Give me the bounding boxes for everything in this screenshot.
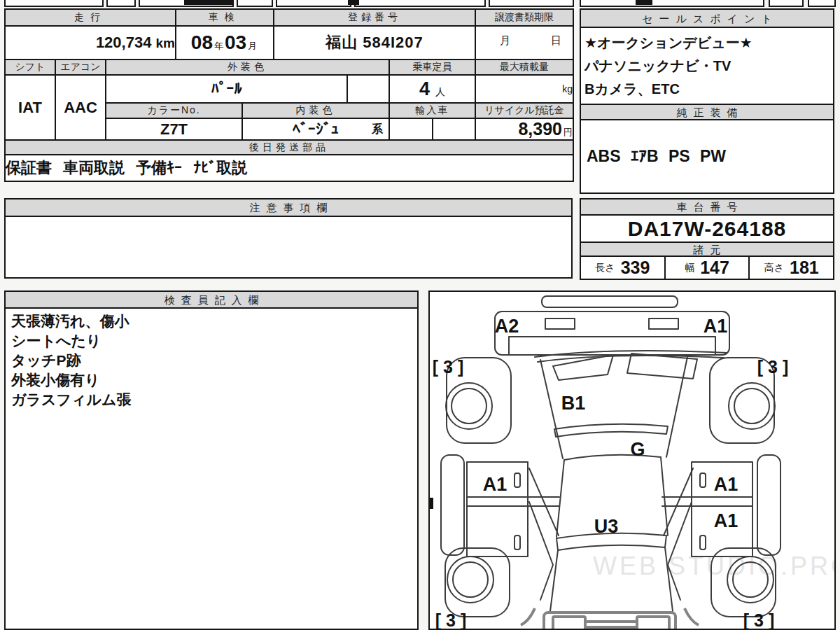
length-cell: 長さ 339 bbox=[581, 257, 664, 279]
interior-color-value: ﾍﾞｰｼﾞｭ 系 bbox=[242, 118, 389, 140]
cutoff-cell bbox=[769, 0, 804, 7]
mileage-number: 120,734 bbox=[96, 34, 152, 51]
fender-rear-left bbox=[445, 548, 510, 617]
door-handle bbox=[514, 473, 520, 487]
shift-header: シフト bbox=[5, 59, 55, 75]
shift-value: IAT bbox=[5, 75, 55, 140]
door-handle bbox=[700, 536, 706, 550]
tire-rating-rear-right: [ 3 ] bbox=[743, 610, 774, 629]
color-no-value: Z7T bbox=[106, 118, 242, 140]
height-value: 181 bbox=[790, 258, 819, 278]
door-crease-lines bbox=[467, 497, 752, 506]
width-value: 147 bbox=[700, 258, 729, 278]
rear-bumper-detail-right bbox=[637, 617, 669, 629]
damage-label-roof: U3 bbox=[594, 516, 619, 537]
vehicle-info-table: 走行 車検 登録番号 譲渡書類期限 120,734 km 08年03月 福山 5… bbox=[4, 8, 574, 182]
wheel-rear-left bbox=[447, 556, 493, 603]
registration-header: 登録番号 bbox=[274, 9, 475, 26]
recycle-deposit-value: 8,390円 bbox=[475, 118, 573, 140]
height-label: 高さ bbox=[764, 262, 784, 274]
import-car-cell-1 bbox=[389, 118, 433, 140]
sales-point-item: ★オークションデビュー★ bbox=[584, 31, 830, 55]
front-bumper-bar bbox=[542, 296, 678, 307]
inspection-month-unit: 月 bbox=[246, 41, 258, 51]
mileage-header: 走行 bbox=[5, 9, 176, 26]
exterior-color-spare-cell bbox=[347, 75, 389, 103]
damage-label-right-rear-door: A1 bbox=[714, 510, 738, 531]
rocker-strip-right bbox=[757, 455, 780, 555]
wheel-rear-left-inner bbox=[453, 562, 488, 597]
capacity-header: 乗車定員 bbox=[389, 59, 475, 75]
damage-diagram-block: WEB STUDIO.PRO bbox=[428, 290, 836, 630]
rear-bumper-bar bbox=[585, 622, 637, 627]
cutoff-cell bbox=[489, 0, 574, 7]
cutoff-text-artifact bbox=[348, 0, 359, 5]
length-label: 長さ bbox=[595, 262, 615, 274]
transfer-deadline-header: 譲渡書類期限 bbox=[475, 9, 573, 26]
sales-points-header: セールスポイント bbox=[581, 10, 833, 28]
cutoff-text-artifact bbox=[636, 0, 652, 5]
notes-block: 注意事項欄 bbox=[4, 198, 573, 279]
recycle-amount: 8,390 bbox=[518, 119, 562, 139]
later-parts-header: 後日発送部品 bbox=[5, 140, 573, 155]
chassis-specs-block: 車台番号 DA17W-264188 諸元 長さ 339 幅 147 高さ 181 bbox=[580, 198, 834, 280]
exterior-color-header: 外装色 bbox=[106, 59, 389, 75]
inspector-note: タッチP跡 bbox=[11, 351, 412, 370]
sales-points-block: セールスポイント ★オークションデビュー★ パナソニックナビ・TV Bカメラ、E… bbox=[580, 8, 834, 194]
cutoff-text-artifact bbox=[184, 0, 233, 5]
recycle-deposit-header: リサイクル預託金 bbox=[475, 103, 573, 118]
inspector-note: 天張薄汚れ、傷小 bbox=[11, 312, 412, 331]
mileage-unit: km bbox=[156, 36, 175, 50]
notes-header: 注意事項欄 bbox=[6, 200, 571, 217]
interior-color-header: 内装色 bbox=[242, 103, 389, 118]
capacity-value: 4人 bbox=[389, 75, 475, 103]
cutoff-cell bbox=[237, 0, 273, 7]
rear-bumper-detail-left bbox=[553, 617, 585, 629]
inspection-month: 03 bbox=[225, 31, 246, 53]
tire-rating-front-left: [ 3 ] bbox=[433, 357, 463, 377]
cutoff-cell bbox=[580, 0, 764, 7]
cutoff-cell bbox=[106, 0, 136, 7]
sales-point-item: パナソニックナビ・TV bbox=[584, 55, 830, 78]
damage-label-windshield: B1 bbox=[561, 393, 586, 414]
inspector-header: 検査員記入欄 bbox=[6, 292, 417, 309]
transfer-deadline-value: 月 日 bbox=[475, 26, 573, 59]
inspection-value: 08年03月 bbox=[176, 26, 274, 59]
capacity-number: 4 bbox=[419, 78, 430, 99]
car-damage-diagram: WEB STUDIO.PRO bbox=[430, 292, 834, 629]
cutoff-cell bbox=[354, 0, 486, 7]
inspector-notes-list: 天張薄汚れ、傷小 シートへたり タッチP跡 外装小傷有り ガラスフィルム張 bbox=[6, 309, 417, 412]
front-panel-step bbox=[509, 337, 715, 355]
max-load-value: kg bbox=[475, 75, 573, 103]
wheel-front-right bbox=[729, 383, 775, 429]
sales-point-item: Bカメラ、ETC bbox=[584, 78, 830, 101]
rocker-strip-left bbox=[441, 455, 464, 555]
interior-color-suffix: 系 bbox=[372, 122, 383, 137]
inspector-note: シートへたり bbox=[11, 331, 412, 351]
registration-plate-value: 福山 584I207 bbox=[274, 26, 475, 59]
wheel-front-left bbox=[446, 383, 492, 429]
headlight-left bbox=[545, 318, 575, 329]
transfer-month-label: 月 bbox=[500, 34, 510, 48]
front-panel bbox=[495, 312, 729, 355]
edge-mark bbox=[430, 498, 433, 509]
specs-dimensions-row: 長さ 339 幅 147 高さ 181 bbox=[581, 257, 833, 279]
cutoff-cell bbox=[276, 0, 351, 7]
transfer-day-label: 日 bbox=[551, 34, 561, 48]
inspector-note: ガラスフィルム張 bbox=[11, 390, 412, 410]
wheel-front-right-inner bbox=[734, 388, 769, 424]
width-label: 幅 bbox=[685, 262, 694, 274]
height-cell: 高さ 181 bbox=[748, 257, 833, 279]
notes-body bbox=[6, 217, 571, 277]
color-no-header: カラーNo. bbox=[106, 103, 242, 118]
damage-label-front-right: A1 bbox=[704, 316, 728, 337]
headlight-right bbox=[649, 318, 678, 329]
door-handle bbox=[514, 536, 520, 550]
inspector-note: 外装小傷有り bbox=[11, 370, 412, 390]
inspector-notes-block: 検査員記入欄 天張薄汚れ、傷小 シートへたり タッチP跡 外装小傷有り ガラスフ… bbox=[4, 290, 419, 630]
tire-rating-rear-left: [ 3 ] bbox=[435, 610, 466, 629]
door-handle bbox=[700, 473, 706, 487]
inspection-year-unit: 年 bbox=[213, 41, 225, 51]
hood-band bbox=[554, 424, 668, 437]
aircon-value: AAC bbox=[55, 75, 106, 140]
